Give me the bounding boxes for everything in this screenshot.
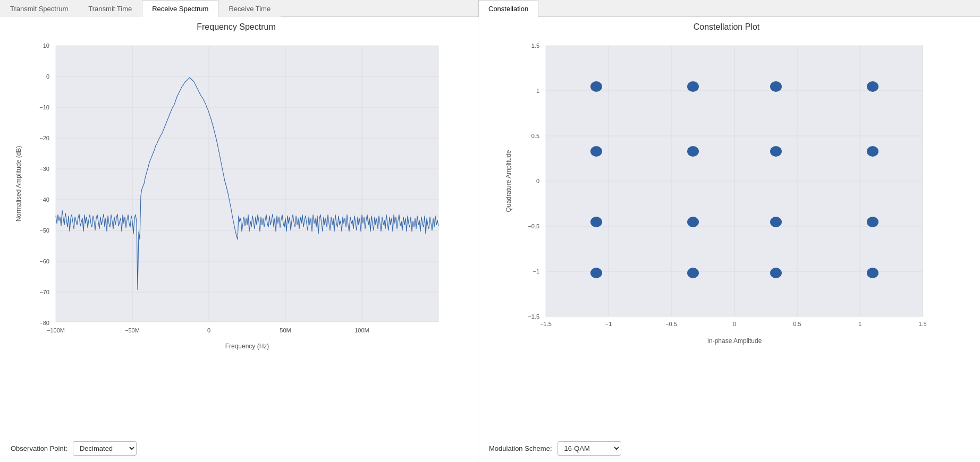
- svg-text:−0.5: −0.5: [528, 223, 539, 229]
- frequency-spectrum-container: Frequency Spectrum IQ Spectrum: [0, 17, 478, 437]
- svg-text:1.5: 1.5: [531, 42, 539, 49]
- svg-text:0: 0: [46, 73, 49, 80]
- svg-text:0.5: 0.5: [793, 321, 801, 327]
- modulation-scheme-select[interactable]: 16-QAM QPSK 8-PSK 64-QAM: [557, 441, 621, 456]
- constellation-point: [687, 81, 699, 92]
- constellation-point: [687, 146, 699, 157]
- svg-text:−0.5: −0.5: [665, 321, 677, 327]
- svg-text:−80: −80: [39, 320, 49, 326]
- svg-text:0.5: 0.5: [531, 133, 539, 139]
- constellation-point: [770, 81, 782, 92]
- constellation-container: Constellation Plot: [478, 17, 980, 437]
- svg-text:−100M: −100M: [47, 327, 65, 333]
- constellation-point: [867, 146, 878, 157]
- tab-receive-time[interactable]: Receive Time: [218, 0, 281, 17]
- constellation-point: [687, 217, 699, 227]
- observation-point-bar: Observation Point: Decimated Raw Filtere…: [0, 437, 478, 462]
- left-tabs: Transmit Spectrum Transmit Time Receive …: [0, 0, 478, 17]
- constellation-point: [770, 146, 782, 157]
- frequency-spectrum-title: Frequency Spectrum: [197, 22, 276, 32]
- svg-text:Quadrature Amplitude: Quadrature Amplitude: [505, 150, 512, 212]
- svg-text:0: 0: [207, 327, 210, 333]
- svg-text:−10: −10: [39, 104, 49, 110]
- constellation-title: Constellation Plot: [694, 22, 760, 32]
- constellation-chart: 1.5 1 0.5 0 −0.5 −1 −1.5 −1.5 −1 −0.5 0 …: [503, 35, 950, 364]
- svg-text:−1.5: −1.5: [540, 321, 552, 327]
- svg-text:100M: 100M: [354, 327, 369, 333]
- svg-text:In-phase Amplitude: In-phase Amplitude: [707, 337, 762, 345]
- svg-text:−1.5: −1.5: [528, 313, 539, 320]
- observation-point-select[interactable]: Decimated Raw Filtered: [73, 441, 137, 456]
- svg-text:−50: −50: [39, 227, 49, 234]
- right-panel: Constellation Constellation Plot: [478, 0, 980, 462]
- tab-constellation[interactable]: Constellation: [478, 0, 538, 17]
- svg-text:Normalised Amplitude (dB): Normalised Amplitude (dB): [15, 146, 22, 222]
- constellation-point: [770, 268, 782, 278]
- plot-bg: [56, 46, 438, 322]
- svg-text:−70: −70: [39, 289, 49, 295]
- observation-point-label: Observation Point:: [11, 444, 67, 452]
- frequency-spectrum-chart: IQ Spectrum: [13, 35, 460, 364]
- svg-text:0: 0: [536, 178, 539, 184]
- left-panel: Transmit Spectrum Transmit Time Receive …: [0, 0, 478, 462]
- constellation-point: [590, 81, 602, 92]
- constellation-point: [590, 268, 602, 278]
- svg-text:−40: −40: [39, 196, 49, 203]
- svg-text:−1: −1: [605, 321, 612, 327]
- constellation-point: [867, 268, 878, 278]
- constellation-point: [590, 217, 602, 227]
- constellation-point: [867, 217, 878, 227]
- svg-text:50M: 50M: [280, 327, 291, 333]
- svg-text:−30: −30: [39, 166, 49, 172]
- constellation-point: [770, 217, 782, 227]
- tab-transmit-time[interactable]: Transmit Time: [78, 0, 142, 17]
- modulation-scheme-label: Modulation Scheme:: [489, 444, 552, 452]
- svg-text:−50M: −50M: [125, 327, 140, 333]
- right-tabs: Constellation: [478, 0, 980, 17]
- tab-receive-spectrum[interactable]: Receive Spectrum: [142, 0, 218, 17]
- svg-text:−20: −20: [39, 135, 49, 141]
- constellation-point: [867, 81, 878, 92]
- svg-text:0: 0: [733, 321, 736, 327]
- tab-transmit-spectrum[interactable]: Transmit Spectrum: [0, 0, 78, 17]
- svg-text:1: 1: [858, 321, 861, 327]
- svg-text:−1: −1: [533, 268, 539, 275]
- constellation-point: [590, 146, 602, 157]
- constellation-point: [687, 268, 699, 278]
- svg-text:1.5: 1.5: [918, 321, 926, 327]
- svg-text:Frequency (Hz): Frequency (Hz): [225, 343, 269, 350]
- modulation-scheme-bar: Modulation Scheme: 16-QAM QPSK 8-PSK 64-…: [478, 437, 980, 462]
- svg-text:1: 1: [536, 88, 539, 94]
- main-container: Transmit Spectrum Transmit Time Receive …: [0, 0, 980, 462]
- svg-text:−60: −60: [39, 258, 49, 264]
- svg-text:10: 10: [43, 42, 49, 49]
